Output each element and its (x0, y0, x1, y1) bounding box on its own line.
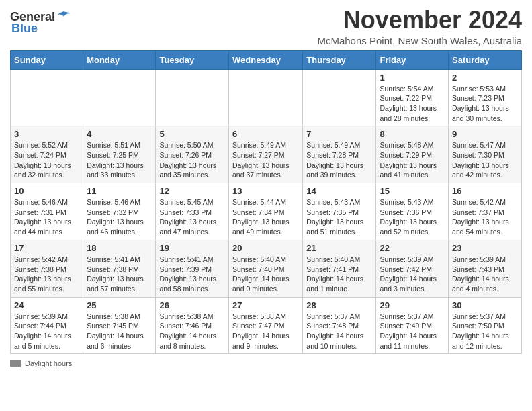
day-number: 24 (14, 300, 79, 310)
day-info: Sunrise: 5:45 AM Sunset: 7:33 PM Dayligh… (159, 197, 225, 237)
day-info: Sunrise: 5:38 AM Sunset: 7:46 PM Dayligh… (159, 312, 225, 351)
calendar-day-cell: 26Sunrise: 5:38 AM Sunset: 7:46 PM Dayli… (156, 297, 229, 354)
calendar-day-cell: 27Sunrise: 5:38 AM Sunset: 7:47 PM Dayli… (228, 297, 302, 354)
legend-box-icon (10, 360, 21, 367)
calendar-day-cell: 6Sunrise: 5:49 AM Sunset: 7:27 PM Daylig… (228, 126, 302, 183)
day-number: 7 (306, 129, 372, 139)
day-number: 15 (380, 186, 445, 196)
calendar-day-cell (303, 69, 376, 126)
day-info: Sunrise: 5:53 AM Sunset: 7:23 PM Dayligh… (452, 84, 518, 124)
calendar-day-cell: 22Sunrise: 5:39 AM Sunset: 7:42 PM Dayli… (376, 240, 449, 297)
calendar-day-cell: 3Sunrise: 5:52 AM Sunset: 7:24 PM Daylig… (11, 126, 83, 183)
day-number: 11 (87, 186, 152, 196)
calendar-day-cell: 18Sunrise: 5:41 AM Sunset: 7:38 PM Dayli… (83, 240, 156, 297)
day-number: 6 (232, 129, 299, 139)
calendar-day-cell: 14Sunrise: 5:43 AM Sunset: 7:35 PM Dayli… (303, 183, 376, 240)
title-block: November 2024 McMahons Point, New South … (317, 7, 522, 46)
day-info: Sunrise: 5:37 AM Sunset: 7:49 PM Dayligh… (380, 312, 445, 351)
day-info: Sunrise: 5:46 AM Sunset: 7:31 PM Dayligh… (14, 197, 79, 237)
calendar-header-row: SundayMondayTuesdayWednesdayThursdayFrid… (11, 50, 522, 69)
day-info: Sunrise: 5:41 AM Sunset: 7:39 PM Dayligh… (159, 255, 225, 294)
day-number: 27 (232, 300, 299, 310)
calendar-day-cell (156, 69, 229, 126)
calendar-header-tuesday: Tuesday (156, 50, 229, 69)
day-number: 20 (232, 243, 299, 253)
day-number: 9 (452, 129, 518, 139)
calendar-day-cell: 17Sunrise: 5:42 AM Sunset: 7:38 PM Dayli… (11, 240, 83, 297)
day-info: Sunrise: 5:42 AM Sunset: 7:37 PM Dayligh… (452, 197, 518, 237)
calendar-day-cell (11, 69, 83, 126)
calendar-day-cell (228, 69, 302, 126)
calendar-day-cell: 10Sunrise: 5:46 AM Sunset: 7:31 PM Dayli… (11, 183, 83, 240)
logo: General Blue (10, 7, 71, 36)
day-info: Sunrise: 5:54 AM Sunset: 7:22 PM Dayligh… (380, 84, 445, 124)
calendar-header-wednesday: Wednesday (228, 50, 302, 69)
calendar-day-cell: 9Sunrise: 5:47 AM Sunset: 7:30 PM Daylig… (449, 126, 522, 183)
calendar-day-cell: 15Sunrise: 5:43 AM Sunset: 7:36 PM Dayli… (376, 183, 449, 240)
calendar-table: SundayMondayTuesdayWednesdayThursdayFrid… (10, 50, 522, 355)
calendar-day-cell: 2Sunrise: 5:53 AM Sunset: 7:23 PM Daylig… (449, 69, 522, 126)
calendar-day-cell: 30Sunrise: 5:37 AM Sunset: 7:50 PM Dayli… (449, 297, 522, 354)
day-info: Sunrise: 5:40 AM Sunset: 7:40 PM Dayligh… (232, 255, 299, 294)
day-number: 3 (14, 129, 79, 139)
calendar-day-cell: 8Sunrise: 5:48 AM Sunset: 7:29 PM Daylig… (376, 126, 449, 183)
day-info: Sunrise: 5:51 AM Sunset: 7:25 PM Dayligh… (87, 140, 152, 180)
day-number: 18 (87, 243, 152, 253)
calendar-week-row: 1Sunrise: 5:54 AM Sunset: 7:22 PM Daylig… (11, 69, 522, 126)
calendar-day-cell: 1Sunrise: 5:54 AM Sunset: 7:22 PM Daylig… (376, 69, 449, 126)
day-info: Sunrise: 5:52 AM Sunset: 7:24 PM Dayligh… (14, 140, 79, 180)
day-number: 29 (380, 300, 445, 310)
footer: Daylight hours (10, 359, 522, 367)
calendar-header-sunday: Sunday (11, 50, 83, 69)
day-info: Sunrise: 5:50 AM Sunset: 7:26 PM Dayligh… (159, 140, 225, 180)
day-number: 22 (380, 243, 445, 253)
day-number: 13 (232, 186, 299, 196)
day-number: 4 (87, 129, 152, 139)
logo-blue-text: Blue (11, 21, 38, 36)
calendar-header-friday: Friday (376, 50, 449, 69)
month-title: November 2024 (317, 7, 522, 34)
calendar-day-cell: 23Sunrise: 5:39 AM Sunset: 7:43 PM Dayli… (449, 240, 522, 297)
calendar-header-saturday: Saturday (449, 50, 522, 69)
calendar-day-cell: 4Sunrise: 5:51 AM Sunset: 7:25 PM Daylig… (83, 126, 156, 183)
day-info: Sunrise: 5:47 AM Sunset: 7:30 PM Dayligh… (452, 140, 518, 180)
day-number: 16 (452, 186, 518, 196)
calendar-day-cell (83, 69, 156, 126)
day-number: 1 (380, 73, 445, 83)
day-info: Sunrise: 5:49 AM Sunset: 7:28 PM Dayligh… (306, 140, 372, 180)
day-info: Sunrise: 5:44 AM Sunset: 7:34 PM Dayligh… (232, 197, 299, 237)
calendar-day-cell: 24Sunrise: 5:39 AM Sunset: 7:44 PM Dayli… (11, 297, 83, 354)
day-info: Sunrise: 5:39 AM Sunset: 7:43 PM Dayligh… (452, 255, 518, 294)
calendar-day-cell: 11Sunrise: 5:46 AM Sunset: 7:32 PM Dayli… (83, 183, 156, 240)
header: General Blue November 2024 McMahons Poin… (10, 7, 522, 46)
calendar-week-row: 3Sunrise: 5:52 AM Sunset: 7:24 PM Daylig… (11, 126, 522, 183)
day-number: 10 (14, 186, 79, 196)
day-number: 28 (306, 300, 372, 310)
day-number: 26 (159, 300, 225, 310)
calendar-header-monday: Monday (83, 50, 156, 69)
day-number: 17 (14, 243, 79, 253)
day-info: Sunrise: 5:38 AM Sunset: 7:47 PM Dayligh… (232, 312, 299, 351)
day-info: Sunrise: 5:39 AM Sunset: 7:42 PM Dayligh… (380, 255, 445, 294)
calendar-day-cell: 16Sunrise: 5:42 AM Sunset: 7:37 PM Dayli… (449, 183, 522, 240)
day-number: 14 (306, 186, 372, 196)
day-info: Sunrise: 5:37 AM Sunset: 7:48 PM Dayligh… (306, 312, 372, 351)
calendar-day-cell: 29Sunrise: 5:37 AM Sunset: 7:49 PM Dayli… (376, 297, 449, 354)
day-info: Sunrise: 5:39 AM Sunset: 7:44 PM Dayligh… (14, 312, 79, 351)
day-number: 8 (380, 129, 445, 139)
calendar-week-row: 24Sunrise: 5:39 AM Sunset: 7:44 PM Dayli… (11, 297, 522, 354)
calendar-week-row: 10Sunrise: 5:46 AM Sunset: 7:31 PM Dayli… (11, 183, 522, 240)
calendar-week-row: 17Sunrise: 5:42 AM Sunset: 7:38 PM Dayli… (11, 240, 522, 297)
day-number: 2 (452, 73, 518, 83)
day-number: 19 (159, 243, 225, 253)
day-info: Sunrise: 5:40 AM Sunset: 7:41 PM Dayligh… (306, 255, 372, 294)
day-info: Sunrise: 5:38 AM Sunset: 7:45 PM Dayligh… (87, 312, 152, 351)
day-info: Sunrise: 5:43 AM Sunset: 7:36 PM Dayligh… (380, 197, 445, 237)
calendar-day-cell: 7Sunrise: 5:49 AM Sunset: 7:28 PM Daylig… (303, 126, 376, 183)
calendar-day-cell: 21Sunrise: 5:40 AM Sunset: 7:41 PM Dayli… (303, 240, 376, 297)
calendar-header-thursday: Thursday (303, 50, 376, 69)
day-info: Sunrise: 5:48 AM Sunset: 7:29 PM Dayligh… (380, 140, 445, 180)
day-info: Sunrise: 5:49 AM Sunset: 7:27 PM Dayligh… (232, 140, 299, 180)
calendar-day-cell: 20Sunrise: 5:40 AM Sunset: 7:40 PM Dayli… (228, 240, 302, 297)
calendar-day-cell: 28Sunrise: 5:37 AM Sunset: 7:48 PM Dayli… (303, 297, 376, 354)
